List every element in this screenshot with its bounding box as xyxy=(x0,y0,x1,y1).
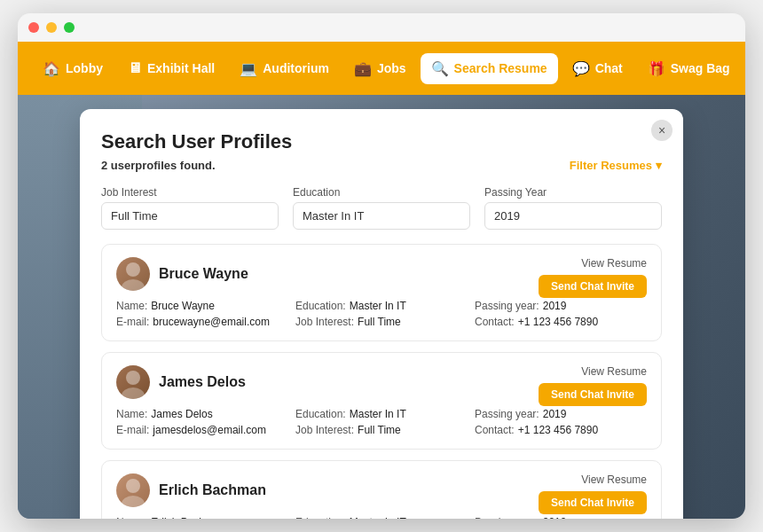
title-bar xyxy=(18,13,745,42)
nav-search-resume-label: Search Resume xyxy=(454,61,547,75)
exhibit-hall-icon: 🖥 xyxy=(128,60,142,76)
search-resume-icon: 🔍 xyxy=(431,60,449,77)
card-actions-bruce-wayne: View Resume Send Chat Invite xyxy=(539,257,647,298)
passing-year-filter: Passing Year xyxy=(484,186,662,230)
detail-education-bruce-wayne: Education: Master In IT xyxy=(295,300,468,312)
job-interest-label-bruce-wayne: Job Interest: xyxy=(295,316,354,328)
job-interest-input[interactable] xyxy=(101,202,279,230)
name-label-bruce-wayne: Name: xyxy=(116,300,147,312)
user-card-erlich-bachman: View Resume Send Chat Invite Erlich Bach… xyxy=(101,460,662,519)
contact-label-bruce-wayne: Contact: xyxy=(475,316,515,328)
user-card-bruce-wayne: View Resume Send Chat Invite Bruce Wayne… xyxy=(101,244,662,341)
name-value-james-delos: James Delos xyxy=(151,408,212,420)
send-chat-button-james-delos[interactable]: Send Chat Invite xyxy=(539,383,647,406)
education-label-erlich-bachman: Education: xyxy=(295,516,346,519)
passing-year-value-bruce-wayne: 2019 xyxy=(543,300,567,312)
nav-item-exhibit-hall[interactable]: 🖥 Exhibit Hall xyxy=(117,53,225,83)
nav-item-lobby[interactable]: 🏠 Lobby xyxy=(32,53,114,84)
search-modal: × Search User Profiles 2 userprofiles fo… xyxy=(80,109,683,519)
education-value-erlich-bachman: Master In IT xyxy=(350,516,406,519)
svg-point-5 xyxy=(122,496,145,507)
email-label-james-delos: E-mail: xyxy=(116,424,149,436)
modal-close-button[interactable]: × xyxy=(651,120,673,141)
nav-swag-bag-label: Swag Bag xyxy=(671,61,730,75)
user-details-james-delos: Name: James Delos Education: Master In I… xyxy=(116,408,647,436)
detail-education-erlich-bachman: Education: Master In IT xyxy=(295,516,468,519)
contact-value-james-delos: +1 123 456 7890 xyxy=(518,424,598,436)
result-count: 2 userprofiles found. xyxy=(101,159,216,172)
user-name-james-delos: James Delos xyxy=(159,374,246,390)
main-content: × Search User Profiles 2 userprofiles fo… xyxy=(18,95,745,519)
detail-email-james-delos: E-mail: jamesdelos@email.com xyxy=(116,424,288,436)
education-value-bruce-wayne: Master In IT xyxy=(350,300,406,312)
nav-auditorium-label: Auditorium xyxy=(263,61,329,75)
job-interest-label: Job Interest xyxy=(101,186,279,199)
email-value-james-delos: jamesdelos@email.com xyxy=(153,424,266,436)
maximize-dot[interactable] xyxy=(64,22,75,33)
user-name-bruce-wayne: Bruce Wayne xyxy=(159,266,248,282)
app-window: 🏠 Lobby 🖥 Exhibit Hall 💻 Auditorium 💼 Jo… xyxy=(18,13,745,519)
detail-email-bruce-wayne: E-mail: brucewayne@email.com xyxy=(116,316,288,328)
contact-value-bruce-wayne: +1 123 456 7890 xyxy=(518,316,598,328)
nav-bar: 🏠 Lobby 🖥 Exhibit Hall 💻 Auditorium 💼 Jo… xyxy=(18,42,745,95)
detail-name-bruce-wayne: Name: Bruce Wayne xyxy=(116,300,288,312)
detail-passing-year-bruce-wayne: Passing year: 2019 xyxy=(475,300,647,312)
passing-year-label-erlich-bachman: Passing year: xyxy=(475,516,539,519)
view-resume-link-erlich-bachman[interactable]: View Resume xyxy=(581,473,647,486)
job-interest-label-james-delos: Job Interest: xyxy=(295,424,354,436)
nav-item-swag-bag[interactable]: 🎁 Swag Bag xyxy=(637,53,741,84)
send-chat-button-bruce-wayne[interactable]: Send Chat Invite xyxy=(539,275,647,298)
nav-lobby-label: Lobby xyxy=(66,61,103,75)
user-card-james-delos: View Resume Send Chat Invite James Delos… xyxy=(101,352,662,450)
education-input[interactable] xyxy=(293,202,470,230)
card-actions-james-delos: View Resume Send Chat Invite xyxy=(539,365,647,406)
view-resume-link-bruce-wayne[interactable]: View Resume xyxy=(581,257,647,270)
passing-year-value-james-delos: 2019 xyxy=(543,408,567,420)
nav-chat-label: Chat xyxy=(595,61,623,75)
filter-resumes-label: Filter Resumes xyxy=(570,159,652,172)
education-label-bruce-wayne: Education: xyxy=(295,300,346,312)
job-interest-filter: Job Interest xyxy=(101,186,279,230)
auditorium-icon: 💻 xyxy=(240,60,257,77)
close-dot[interactable] xyxy=(28,22,39,33)
education-value-james-delos: Master In IT xyxy=(350,408,406,420)
modal-title: Search User Profiles xyxy=(101,130,662,153)
education-filter: Education xyxy=(293,186,470,230)
detail-job-interest-james-delos: Job Interest: Full Time xyxy=(295,424,468,436)
card-actions-erlich-bachman: View Resume Send Chat Invite xyxy=(539,473,647,514)
view-resume-link-james-delos[interactable]: View Resume xyxy=(581,365,647,378)
chevron-down-icon: ▾ xyxy=(656,159,662,172)
nav-item-auditorium[interactable]: 💻 Auditorium xyxy=(229,53,340,84)
detail-contact-james-delos: Contact: +1 123 456 7890 xyxy=(475,424,647,436)
name-label-erlich-bachman: Name: xyxy=(116,516,147,519)
passing-year-input[interactable] xyxy=(484,202,662,230)
name-value-erlich-bachman: Erlich Bachman xyxy=(151,516,225,519)
minimize-dot[interactable] xyxy=(46,22,57,33)
filter-resumes-button[interactable]: Filter Resumes ▾ xyxy=(570,159,662,172)
name-value-bruce-wayne: Bruce Wayne xyxy=(151,300,215,312)
name-label-james-delos: Name: xyxy=(116,408,147,420)
passing-year-label-james-delos: Passing year: xyxy=(475,408,539,420)
avatar-erlich-bachman xyxy=(116,473,150,507)
contact-label-james-delos: Contact: xyxy=(475,424,515,436)
svg-point-2 xyxy=(126,371,140,385)
nav-jobs-label: Jobs xyxy=(377,61,406,75)
lobby-icon: 🏠 xyxy=(43,60,60,77)
nav-exhibit-hall-label: Exhibit Hall xyxy=(147,61,215,75)
email-label-bruce-wayne: E-mail: xyxy=(116,316,149,328)
avatar-bruce-wayne xyxy=(116,257,150,291)
nav-item-chat[interactable]: 💬 Chat xyxy=(562,53,633,84)
filter-row: Job Interest Education Passing Year xyxy=(101,186,662,230)
send-chat-button-erlich-bachman[interactable]: Send Chat Invite xyxy=(539,491,647,514)
job-interest-value-bruce-wayne: Full Time xyxy=(358,316,401,328)
modal-header-row: 2 userprofiles found. Filter Resumes ▾ xyxy=(101,159,662,172)
modal-overlay: × Search User Profiles 2 userprofiles fo… xyxy=(18,95,745,519)
user-name-erlich-bachman: Erlich Bachman xyxy=(159,482,266,498)
avatar-james-delos xyxy=(116,365,150,399)
svg-point-4 xyxy=(126,479,140,493)
passing-year-label: Passing Year xyxy=(484,186,662,199)
user-cards-container: View Resume Send Chat Invite Bruce Wayne… xyxy=(101,244,662,519)
user-details-bruce-wayne: Name: Bruce Wayne Education: Master In I… xyxy=(116,300,647,328)
nav-item-jobs[interactable]: 💼 Jobs xyxy=(343,53,417,84)
nav-item-search-resume[interactable]: 🔍 Search Resume xyxy=(421,53,558,84)
